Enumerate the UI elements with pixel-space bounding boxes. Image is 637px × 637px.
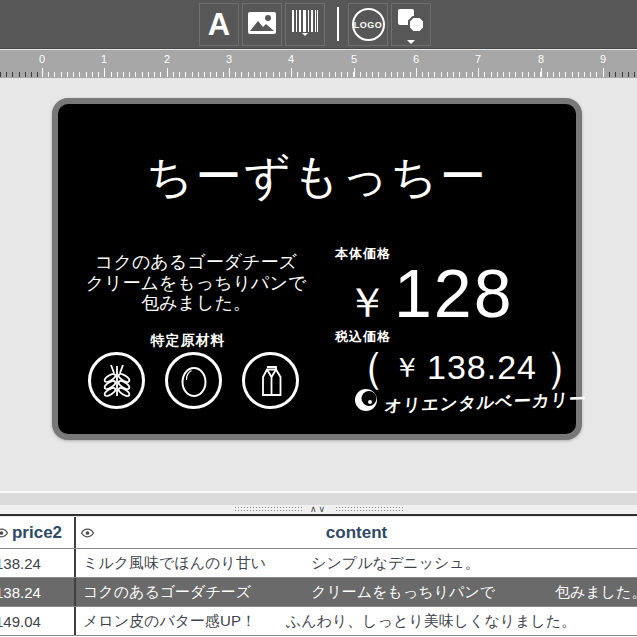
column-header-content[interactable]: content <box>76 517 637 548</box>
wheat-allergen-icon[interactable] <box>88 352 145 409</box>
splitter-toggle-icon[interactable]: ∧∨ <box>310 505 327 514</box>
ruler-mark: 6 <box>413 53 419 65</box>
cell-content: メロン皮のバター感UP！ ふんわり、しっとり美味しくなりました。 <box>76 607 637 635</box>
ruler-major-tick <box>354 68 355 77</box>
toolbar-divider <box>337 7 339 41</box>
barcode-icon <box>291 10 319 40</box>
ruler-ticks <box>0 72 42 77</box>
ruler-major-tick <box>42 68 43 77</box>
tax-amount: 138.24 <box>427 348 537 387</box>
cell-price2: 138.24 <box>0 578 76 606</box>
description-line: クリームをもっちりパンで <box>72 273 320 294</box>
ruler-ticks <box>603 72 637 77</box>
currency-symbol: ￥ <box>346 275 388 331</box>
product-title[interactable]: ちーずもっちー <box>58 146 576 208</box>
text-tool-icon: A <box>208 7 230 43</box>
ruler-mark: 1 <box>101 53 107 65</box>
description-line: 包みました。 <box>72 293 320 314</box>
allergen-icons[interactable] <box>88 352 299 409</box>
ruler-mark: 8 <box>538 53 544 65</box>
egg-allergen-icon[interactable] <box>165 352 222 409</box>
bakery-logo-text: オリエンタルベーカリー <box>383 387 588 417</box>
splitter-grip <box>234 506 302 513</box>
ruler-major-tick <box>167 68 168 77</box>
shape-tool-button[interactable] <box>391 3 431 46</box>
cell-price2: 138.24 <box>0 549 76 577</box>
ruler-major-tick <box>291 68 292 77</box>
cell-content: コクのあるゴーダチーズ クリームをもっちりパンで 包みました。 <box>76 578 637 606</box>
shapes-icon <box>395 6 427 38</box>
chevron-down-icon <box>407 40 415 44</box>
base-price[interactable]: ￥ 128 <box>346 254 513 332</box>
logo-tool-button[interactable]: LOGO <box>348 3 388 46</box>
table-row[interactable]: 138.24 ミルク風味でほんのり甘い シンプルなデニッシュ。 <box>0 549 637 578</box>
ruler-mark: 0 <box>39 53 45 65</box>
ruler-major-tick <box>603 68 604 77</box>
bakery-logo[interactable]: オリエンタルベーカリー <box>354 388 587 416</box>
price-amount: 128 <box>394 254 513 332</box>
ruler-major-tick <box>229 68 230 77</box>
ruler-mark: 5 <box>351 53 357 65</box>
visibility-eye-icon[interactable] <box>81 523 94 543</box>
grid-header-row: price2 content <box>0 517 637 549</box>
product-description[interactable]: コクのあるゴーダチーズ クリームをもっちりパンで 包みました。 <box>72 252 320 314</box>
panel-splitter[interactable]: ∧∨ <box>0 505 637 516</box>
image-tool-button[interactable] <box>242 3 282 46</box>
ruler-mark: 3 <box>226 53 232 65</box>
toolbar: A LOGO <box>0 0 637 49</box>
visibility-eye-icon[interactable] <box>0 523 8 543</box>
allergen-section-label[interactable]: 特定原材料 <box>118 332 258 350</box>
milk-allergen-icon[interactable] <box>242 352 299 409</box>
barcode-tool-button[interactable] <box>285 3 325 46</box>
currency-symbol: ￥ <box>393 349 421 387</box>
ruler-major-tick <box>416 68 417 77</box>
column-header-label: content <box>326 523 387 543</box>
ruler: 0 1 2 3 4 5 6 7 8 9 <box>0 50 637 78</box>
ruler-major-tick <box>104 68 105 77</box>
ruler-mark: 4 <box>288 53 294 65</box>
bakery-logo-mark-icon <box>354 388 378 416</box>
table-row-selected[interactable]: 138.24 コクのあるゴーダチーズ クリームをもっちりパンで 包みました。 <box>0 578 637 607</box>
design-canvas[interactable]: ちーずもっちー コクのあるゴーダチーズ クリームをもっちりパンで 包みました。 … <box>0 78 637 491</box>
ruler-ticks <box>42 72 603 77</box>
cell-content: ミルク風味でほんのり甘い シンプルなデニッシュ。 <box>76 549 637 577</box>
column-header-label: price2 <box>12 523 62 543</box>
ruler-major-tick <box>541 68 542 77</box>
ruler-mark: 9 <box>600 53 606 65</box>
data-grid: price2 content 138.24 ミルク風味でほんのり甘い シンプルな… <box>0 517 637 637</box>
splitter-grip <box>335 506 403 513</box>
table-row[interactable]: 149.04 メロン皮のバター感UP！ ふんわり、しっとり美味しくなりました。 <box>0 607 637 636</box>
column-header-price2[interactable]: price2 <box>0 517 76 548</box>
ruler-mark: 2 <box>164 53 170 65</box>
cell-price2: 149.04 <box>0 607 76 635</box>
description-line: コクのあるゴーダチーズ <box>72 252 320 273</box>
ruler-major-tick <box>478 68 479 77</box>
label-preview-card[interactable]: ちーずもっちー コクのあるゴーダチーズ クリームをもっちりパンで 包みました。 … <box>52 98 582 440</box>
image-icon <box>247 11 277 39</box>
ruler-mark: 7 <box>475 53 481 65</box>
text-tool-button[interactable]: A <box>199 3 239 46</box>
logo-tool-icon: LOGO <box>352 8 385 41</box>
